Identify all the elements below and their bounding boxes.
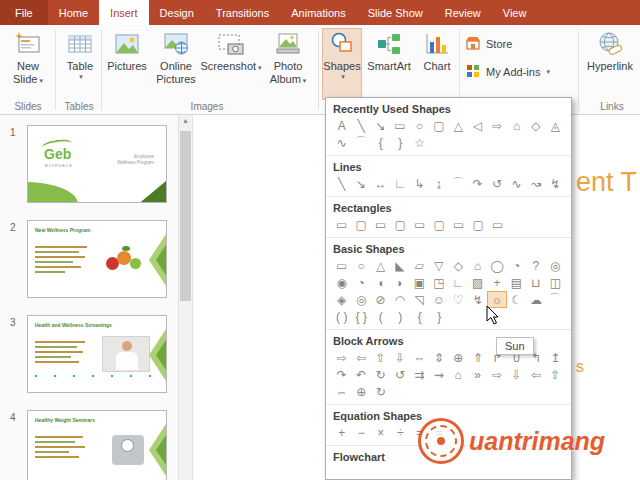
store-button[interactable]: Store [464, 33, 512, 55]
shape-cell[interactable]: ↻ [371, 366, 390, 383]
shape-cell[interactable]: ◁ [468, 117, 487, 134]
tab-design[interactable]: Design [149, 0, 205, 25]
shape-cell[interactable]: ⇔ [332, 383, 352, 400]
shape-cell[interactable]: ∟ [390, 175, 409, 192]
shape-cell[interactable]: × [371, 424, 391, 441]
shape-cell[interactable]: ↔ [371, 175, 390, 192]
shape-cell[interactable]: ▢ [391, 216, 411, 233]
tab-animations[interactable]: Animations [280, 0, 356, 25]
shape-cell[interactable]: ╲ [332, 175, 351, 192]
shape-cell[interactable]: ◣ [390, 257, 409, 274]
shape-cell[interactable]: ◇ [526, 117, 545, 134]
shapes-button[interactable]: Shapes ▾ [322, 28, 362, 100]
shape-cell[interactable]: + [332, 424, 352, 441]
shape-cell[interactable]: ◉ [332, 274, 351, 291]
shape-cell[interactable]: ⇨ [487, 117, 506, 134]
shape-cell[interactable]: ⇨ [487, 366, 506, 383]
shape-cell[interactable]: ▭ [390, 117, 409, 134]
shape-cell[interactable]: ⇉ [410, 366, 429, 383]
panel-scrollbar[interactable]: ▲ [178, 115, 193, 480]
shape-cell[interactable]: ⌒ [449, 175, 468, 192]
hyperlink-button[interactable]: Hyperlink [582, 28, 638, 73]
shape-cell[interactable]: ↻ [371, 383, 391, 400]
shape-cell[interactable]: { [371, 134, 391, 151]
shape-cell[interactable]: { [410, 308, 430, 325]
tab-insert[interactable]: Insert [99, 0, 149, 25]
scrollbar-thumb[interactable] [180, 131, 191, 301]
shape-cell[interactable]: ☆ [410, 134, 430, 151]
shape-cell[interactable]: ↳ [410, 175, 429, 192]
shape-cell[interactable]: ↨ [429, 175, 448, 192]
slide-thumbnail-4[interactable]: Healthy Weight Seminars [27, 410, 167, 480]
selection-handle[interactable] [148, 374, 152, 378]
shape-cell[interactable]: ∟ [449, 274, 468, 291]
shape-cell[interactable]: ▭ [410, 216, 430, 233]
shape-cell[interactable]: ◗ [390, 274, 409, 291]
shape-cell[interactable]: ⌂ [468, 257, 487, 274]
shape-cell[interactable]: ▢ [352, 216, 372, 233]
shape-cell[interactable]: ◫ [546, 274, 565, 291]
shape-cell[interactable]: ⌂ [449, 366, 468, 383]
slide-thumbnail-1[interactable]: Geb BIOFUELS Employee Wellness Program [27, 125, 167, 203]
tab-transitions[interactable]: Transitions [205, 0, 280, 25]
selection-handle[interactable] [91, 374, 95, 378]
shape-cell[interactable]: ╲ [351, 117, 370, 134]
shape-cell[interactable]: ◳ [429, 274, 448, 291]
shape-cell[interactable]: ◇ [449, 257, 468, 274]
shape-cell[interactable]: A [332, 117, 351, 134]
shape-cell[interactable]: ⇔ [410, 349, 429, 366]
shape-cell[interactable]: ⊔ [526, 274, 545, 291]
selection-handle[interactable] [110, 374, 114, 378]
shape-cell[interactable]: » [468, 366, 487, 383]
shape-cell[interactable]: ◎ [546, 257, 565, 274]
selection-handle[interactable] [129, 374, 133, 378]
shape-cell[interactable]: ⇧ [371, 349, 390, 366]
shape-cell[interactable]: − [352, 424, 372, 441]
shape-cell[interactable]: ○ [410, 117, 429, 134]
shape-cell[interactable]: ◯ [487, 257, 506, 274]
shape-cell[interactable]: ⇝ [429, 366, 448, 383]
shape-cell[interactable]: ⇩ [390, 349, 409, 366]
table-button[interactable]: Table ▾ [59, 28, 101, 81]
shape-cell[interactable]: ÷ [391, 424, 411, 441]
selection-handle[interactable] [34, 374, 38, 378]
shape-cell[interactable]: ◔ [351, 274, 370, 291]
shape-cell[interactable]: ⇑ [468, 349, 487, 366]
shape-cell[interactable]: + [487, 274, 506, 291]
shape-cell[interactable]: ▢ [429, 117, 448, 134]
shape-cell[interactable]: ◠ [390, 291, 409, 308]
shape-cell[interactable]: ◎ [351, 291, 370, 308]
tab-view[interactable]: View [492, 0, 538, 25]
tab-home[interactable]: Home [48, 0, 99, 25]
shape-cell[interactable]: ⇧ [546, 366, 565, 383]
shape-cell[interactable]: ♡ [449, 291, 468, 308]
online-pictures-button[interactable]: Online Pictures [152, 28, 200, 86]
shape-cell[interactable]: ▣ [410, 274, 429, 291]
shape-cell[interactable]: ↺ [390, 366, 409, 383]
shape-cell[interactable]: ∿ [507, 175, 526, 192]
pictures-button[interactable]: Pictures [104, 28, 150, 73]
shape-cell[interactable]: ▭ [371, 216, 391, 233]
shape-cell[interactable]: } [391, 134, 411, 151]
shape-cell[interactable]: ◖ [371, 274, 390, 291]
shape-cell[interactable]: ▭ [332, 216, 352, 233]
shape-cell[interactable]: ? [526, 257, 545, 274]
shape-cell[interactable]: ↘ [371, 117, 390, 134]
selection-handle[interactable] [53, 374, 57, 378]
shape-cell[interactable]: ▤ [507, 274, 526, 291]
scroll-up-arrow-icon[interactable]: ▲ [179, 117, 192, 124]
chart-button[interactable]: Chart [416, 28, 458, 73]
shape-cell[interactable]: ☁ [526, 291, 545, 308]
shape-cell[interactable]: ↺ [487, 175, 506, 192]
shape-cell[interactable]: ▢ [430, 216, 450, 233]
shape-cell[interactable]: ↯ [468, 291, 487, 308]
shape-cell[interactable]: ▢ [469, 216, 489, 233]
shape-cell[interactable]: ⊕ [449, 349, 468, 366]
shape-cell[interactable]: ⊘ [371, 291, 390, 308]
shape-cell[interactable]: ◹ [410, 291, 429, 308]
shape-cell[interactable]: ◬ [546, 117, 565, 134]
shape-cell[interactable]: ↥ [546, 349, 565, 366]
shape-cell[interactable]: ↷ [468, 175, 487, 192]
slide-thumbnail-3[interactable]: Health and Wellness Screenings [27, 315, 167, 393]
slide-thumbnail-2[interactable]: New Wellness Program [27, 220, 167, 298]
